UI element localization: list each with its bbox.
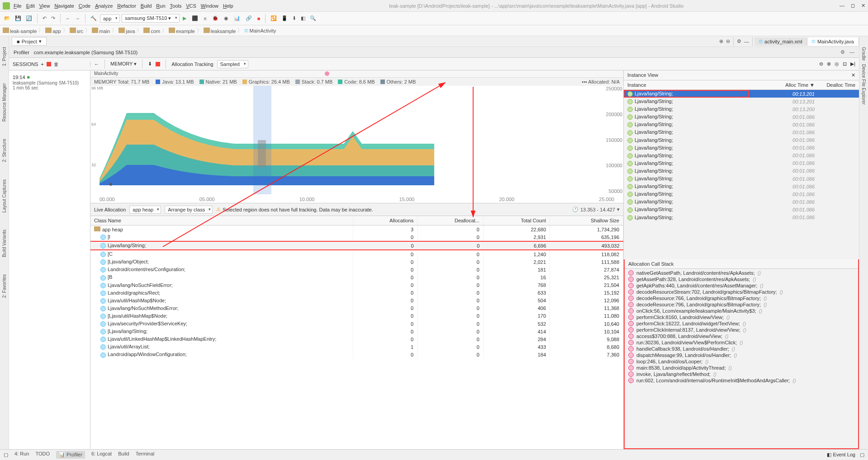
menu-refactor[interactable]: Refactor: [117, 3, 136, 9]
instance-row[interactable]: Ljava/lang/String;00:01.086: [624, 198, 859, 206]
callstack-row[interactable]: performClickInternal:8137, Landroid/view…: [625, 327, 858, 333]
instance-row[interactable]: Ljava/lang/String;00:13.201: [624, 98, 859, 105]
device-select[interactable]: samsung SM-T510 ▾: [122, 14, 180, 23]
menu-code[interactable]: Code: [79, 3, 90, 9]
breadcrumb-item[interactable]: main: [92, 28, 110, 34]
table-row[interactable]: Ljava/lang/NoSuchFieldError;0076821,504: [90, 282, 623, 289]
search-icon[interactable]: 🔍: [308, 14, 318, 22]
instance-row[interactable]: Ljava/lang/String;00:01.086: [624, 128, 859, 136]
layout-icon[interactable]: ◧: [299, 14, 307, 22]
dump-heap-icon[interactable]: ⬇: [148, 61, 152, 67]
zoom-reset-icon[interactable]: ◎: [835, 61, 839, 67]
run-icon[interactable]: ▶: [181, 14, 188, 22]
zoom-selection-icon[interactable]: ⊡: [843, 61, 847, 67]
forward-icon[interactable]: →: [74, 15, 81, 22]
callstack-row[interactable]: decodeResource:766, Landroid/graphics/Bi…: [625, 295, 858, 301]
open-file-icon[interactable]: 📂: [3, 14, 12, 22]
callstack-row[interactable]: handleCallback:938, Landroid/os/Handler;…: [625, 346, 858, 352]
zoom-in-icon[interactable]: ⊕: [827, 61, 831, 67]
back-icon[interactable]: ←: [94, 61, 99, 67]
sdk-icon[interactable]: ⬇: [291, 14, 298, 22]
arrange-select[interactable]: Arrange by class: [165, 206, 213, 214]
memory-scope-select[interactable]: MEMORY ▾: [110, 61, 137, 67]
callstack-row[interactable]: main:8538, Landroid/app/ActivityThread; …: [625, 365, 858, 371]
instance-row[interactable]: Ljava/lang/String;00:01.086: [624, 175, 859, 183]
bottom-tab[interactable]: 6: Logcat: [91, 451, 112, 459]
table-row[interactable]: Landroid/content/res/Configuration;00181…: [90, 266, 623, 273]
callstack-row[interactable]: onClick:56, Lcom/example/leaksample/Main…: [625, 308, 858, 314]
call-stack-list[interactable]: nativeGetAssetPath, Landroid/content/res…: [625, 269, 858, 448]
alloc-tracking-select[interactable]: Sampled: [217, 60, 248, 68]
menu-navigate[interactable]: Navigate: [54, 3, 74, 9]
debug-icon[interactable]: 🐞: [211, 14, 220, 22]
close-panel-icon[interactable]: ✕: [851, 72, 855, 78]
collapse-icon[interactable]: ⊕: [718, 38, 725, 45]
instance-row[interactable]: Ljava/lang/String;00:01.086: [624, 214, 859, 221]
apply-changes-icon[interactable]: ⬛: [190, 14, 199, 22]
instance-row[interactable]: Ljava/lang/String;00:01.086: [624, 160, 859, 167]
menu-vcs[interactable]: VCS: [186, 3, 196, 9]
menu-help[interactable]: Help: [223, 3, 233, 9]
bottom-tab[interactable]: Build: [118, 451, 129, 459]
table-row[interactable]: app heap3022,6801,734,290: [90, 225, 623, 234]
menu-file[interactable]: File: [14, 3, 22, 9]
instance-row[interactable]: Ljava/lang/String;00:01.086: [624, 136, 859, 144]
left-tab[interactable]: 2: Structure: [1, 137, 8, 164]
hide-icon[interactable]: —: [743, 38, 750, 45]
run-config-select[interactable]: app: [100, 14, 120, 23]
record-icon[interactable]: [156, 62, 160, 66]
menu-view[interactable]: View: [39, 3, 50, 9]
breadcrumb-item[interactable]: © MainActivity: [244, 28, 276, 33]
project-dropdown[interactable]: ■ Project ▾: [12, 37, 47, 46]
gear-icon[interactable]: ⚙: [840, 49, 845, 55]
undo-icon[interactable]: ↶: [41, 14, 48, 22]
table-row[interactable]: [B001625,321: [90, 273, 623, 281]
event-log-button[interactable]: ◧ Event Log: [827, 452, 855, 458]
breadcrumb-item[interactable]: java: [119, 28, 135, 34]
breadcrumb-item[interactable]: leaksample: [204, 28, 236, 34]
bottom-tab[interactable]: Terminal: [136, 451, 155, 459]
instance-row[interactable]: Ljava/lang/String;00:01.086: [624, 144, 859, 152]
instance-row[interactable]: Ljava/lang/String;00:01.086: [624, 167, 859, 175]
callstack-row[interactable]: getApkPaths:440, Landroid/content/res/As…: [625, 282, 858, 289]
left-tab[interactable]: 2: Favorites: [1, 272, 8, 300]
table-row[interactable]: Ljava/security/Provider$ServiceKey;00532…: [90, 320, 623, 328]
callstack-row[interactable]: loop:246, Landroid/os/Looper; (): [625, 358, 858, 365]
attach-icon[interactable]: 🔗: [244, 14, 253, 22]
minimize-icon[interactable]: —: [840, 3, 844, 9]
build-hammer-icon[interactable]: 🔨: [89, 14, 98, 22]
instance-row[interactable]: Ljava/lang/String;00:01.086: [624, 113, 859, 121]
bottom-tab[interactable]: 4: Run: [14, 451, 29, 459]
instance-row[interactable]: Ljava/lang/String;00:01.086: [624, 152, 859, 160]
right-tab[interactable]: Gradle: [860, 45, 867, 62]
callstack-row[interactable]: access$3700:888, Landroid/view/View; (): [625, 333, 858, 339]
callstack-row[interactable]: dispatchMessage:99, Landroid/os/Handler;…: [625, 352, 858, 358]
callstack-row[interactable]: decodeResource:796, Landroid/graphics/Bi…: [625, 301, 858, 308]
redo-icon[interactable]: ↷: [50, 14, 57, 22]
breadcrumb-item[interactable]: example: [169, 28, 195, 34]
maximize-icon[interactable]: ◻: [851, 3, 855, 9]
callstack-row[interactable]: nativeGetAssetPath, Landroid/content/res…: [625, 270, 858, 276]
avd-icon[interactable]: 📱: [280, 14, 289, 22]
instance-list[interactable]: Ljava/lang/String;00:13.201Ljava/lang/St…: [624, 90, 859, 259]
table-row[interactable]: Ljava/lang/String;006,696493,032: [90, 241, 623, 250]
back-icon[interactable]: ←: [64, 15, 72, 22]
go-live-icon[interactable]: ▶|: [850, 61, 855, 67]
editor-tab[interactable]: © activity_main.xml: [754, 38, 807, 46]
breadcrumb-item[interactable]: app: [45, 28, 61, 34]
left-tab[interactable]: Build Variants: [1, 228, 8, 259]
menu-edit[interactable]: Edit: [26, 3, 35, 9]
expand-icon[interactable]: ⊖: [725, 38, 731, 45]
menu-window[interactable]: Window: [201, 3, 218, 9]
add-session-icon[interactable]: +: [41, 61, 43, 67]
callstack-row[interactable]: performClick:8160, Landroid/view/View; (…: [625, 314, 858, 320]
instance-row[interactable]: Ljava/lang/String;00:01.086: [624, 206, 859, 213]
delete-session-icon[interactable]: 🗑: [54, 61, 59, 67]
messages-icon[interactable]: ▢: [4, 452, 8, 458]
gear-icon[interactable]: ⚙: [735, 38, 743, 45]
session-item[interactable]: 19:14 ● leaksample (Samsung SM-T510) 1 m…: [13, 73, 86, 90]
main-menu[interactable]: FileEditViewNavigateCodeAnalyzeRefactorB…: [14, 3, 233, 9]
menu-analyze[interactable]: Analyze: [95, 3, 113, 9]
bottom-tab[interactable]: TODO: [35, 451, 50, 459]
minimize-panel-icon[interactable]: —: [849, 49, 854, 55]
